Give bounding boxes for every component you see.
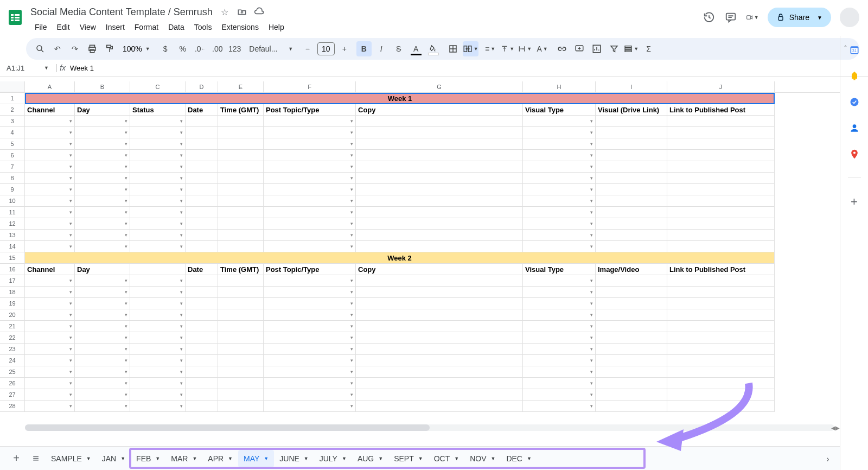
cell[interactable] [667,287,775,298]
all-sheets-button[interactable]: ≡ [26,449,46,468]
cell[interactable] [264,138,356,150]
column-header-cell[interactable]: Date [186,104,218,116]
cell[interactable] [356,275,523,287]
cell[interactable] [523,218,596,230]
row-header[interactable]: 4 [0,127,25,138]
cell[interactable] [667,366,775,378]
cell[interactable] [186,195,218,207]
redo-icon[interactable]: ↷ [67,41,82,56]
cell[interactable] [523,287,596,298]
cell[interactable] [596,127,667,138]
history-icon[interactable] [703,11,716,24]
scroll-left-icon[interactable]: ◀ [831,425,835,431]
maps-icon[interactable] [849,149,860,160]
menu-extensions[interactable]: Extensions [217,21,263,34]
row-header[interactable]: 3 [0,116,25,127]
cell[interactable] [186,207,218,218]
cell[interactable] [75,127,130,138]
menu-format[interactable]: Format [130,21,163,34]
cell[interactable] [75,173,130,184]
vertical-align-button[interactable]: ▼ [500,41,515,56]
cell[interactable] [356,287,523,298]
col-header[interactable]: D [186,81,218,92]
sheet-tab[interactable]: JUNE▼ [274,450,314,467]
cell[interactable] [186,138,218,150]
row-header[interactable]: 21 [0,321,25,332]
cell[interactable] [75,298,130,309]
cell[interactable] [264,389,356,401]
meet-icon[interactable]: ▼ [746,11,759,24]
fill-color-button[interactable] [426,41,441,56]
cell[interactable] [130,355,186,366]
cell[interactable] [25,241,75,252]
cell[interactable] [264,309,356,321]
col-header[interactable]: B [75,81,130,92]
cell[interactable] [356,138,523,150]
column-header-cell[interactable]: Status [130,104,186,116]
menu-data[interactable]: Data [164,21,189,34]
cell[interactable] [596,344,667,355]
cell[interactable] [75,309,130,321]
cell[interactable] [523,230,596,241]
menu-view[interactable]: View [75,21,100,34]
cell[interactable] [264,332,356,344]
document-title[interactable]: Social Media Content Template / Semrush [30,7,213,18]
cell[interactable] [186,218,218,230]
print-icon[interactable] [85,41,100,56]
font-size-input[interactable]: 10 [317,42,335,55]
cell[interactable] [596,161,667,173]
column-header-cell[interactable]: Time (GMT) [218,264,264,275]
cell[interactable] [186,161,218,173]
cell[interactable] [218,287,264,298]
sheet-tab[interactable]: JAN▼ [97,450,131,467]
column-header-cell[interactable]: Link to Published Post [667,264,775,275]
cell[interactable] [523,116,596,127]
cell[interactable] [523,366,596,378]
cell[interactable] [130,116,186,127]
cell[interactable] [356,241,523,252]
cell[interactable] [667,332,775,344]
paint-format-icon[interactable] [102,41,117,56]
cell[interactable] [130,344,186,355]
cell[interactable] [667,321,775,332]
cell[interactable] [596,241,667,252]
sheet-tab[interactable]: JULY▼ [314,450,352,467]
cell[interactable] [523,355,596,366]
week2-title-cell[interactable]: Week 2 [25,252,775,264]
cell[interactable] [356,401,523,412]
cell[interactable] [596,389,667,401]
cell[interactable] [25,355,75,366]
cell[interactable] [667,355,775,366]
cell[interactable] [130,150,186,161]
cell[interactable] [264,355,356,366]
filter-icon[interactable] [607,41,622,56]
cell[interactable] [667,116,775,127]
column-header-cell[interactable]: Date [186,264,218,275]
column-header-cell[interactable]: Channel [25,104,75,116]
more-formats-icon[interactable]: 123 [227,41,242,56]
row-header[interactable]: 2 [0,104,25,116]
row-header[interactable]: 22 [0,332,25,344]
row-header[interactable]: 7 [0,161,25,173]
text-color-button[interactable]: A [409,41,424,56]
cell[interactable] [667,389,775,401]
cell[interactable] [25,378,75,389]
comments-icon[interactable] [724,11,737,24]
sheet-tab[interactable]: APR▼ [202,450,238,467]
cell[interactable] [264,287,356,298]
cell[interactable] [25,366,75,378]
cell[interactable] [130,230,186,241]
cell[interactable] [356,230,523,241]
cell[interactable] [667,275,775,287]
increase-decimals-icon[interactable]: .00 [210,41,225,56]
cell[interactable] [667,344,775,355]
cell[interactable] [186,355,218,366]
row-header[interactable]: 28 [0,401,25,412]
cell[interactable] [218,127,264,138]
row-header[interactable]: 23 [0,344,25,355]
star-icon[interactable]: ☆ [219,7,230,17]
sheet-tab[interactable]: MAR▼ [165,450,202,467]
cell[interactable] [667,161,775,173]
cell[interactable] [523,207,596,218]
cell[interactable] [218,309,264,321]
